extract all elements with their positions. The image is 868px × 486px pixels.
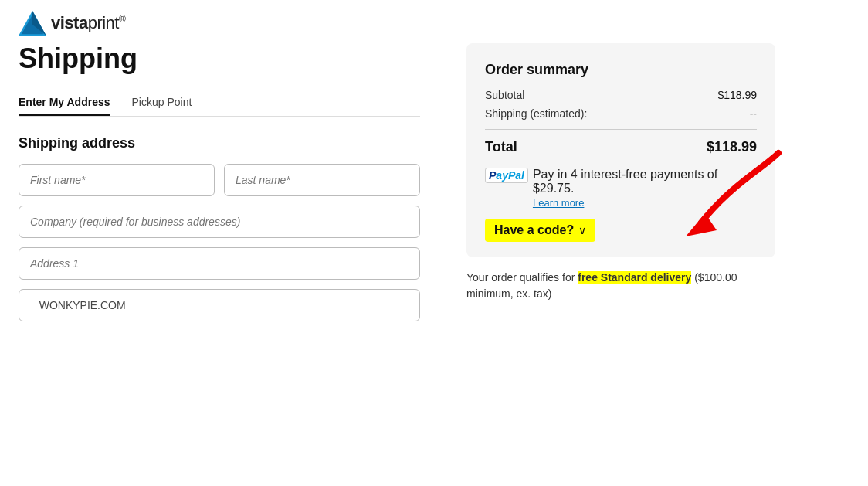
right-column: Order summary Subtotal $118.99 Shipping … — [451, 43, 775, 331]
paypal-text-block: Pay in 4 interest-free payments of $29.7… — [533, 168, 757, 209]
summary-divider — [485, 129, 757, 130]
header: vistaprint® — [0, 0, 868, 43]
last-name-input[interactable] — [224, 164, 420, 196]
chevron-down-icon: ∨ — [578, 224, 586, 236]
order-summary-box: Order summary Subtotal $118.99 Shipping … — [466, 43, 775, 257]
paypal-section: P ayPal Pay in 4 interest-free payments … — [485, 168, 757, 209]
tab-pickup-point[interactable]: Pickup Point — [132, 90, 192, 116]
shipping-value: -- — [750, 107, 757, 120]
shipping-tabs: Enter My Address Pickup Point — [19, 90, 420, 117]
name-row — [19, 164, 420, 196]
logo: vistaprint® — [19, 11, 849, 36]
paypal-description: Pay in 4 interest-free payments of $29.7… — [533, 168, 717, 195]
subtotal-value: $118.99 — [717, 89, 757, 101]
subtotal-label: Subtotal — [485, 89, 524, 101]
free-delivery-text-before: Your order qualifies for — [466, 271, 578, 284]
company-row — [19, 206, 420, 238]
svg-marker-3 — [686, 213, 717, 236]
address1-input[interactable] — [19, 247, 420, 280]
free-delivery-notice: Your order qualifies for free Standard d… — [466, 270, 775, 302]
have-a-code-row: Have a code? ∨ — [485, 219, 757, 242]
shipping-row: Shipping (estimated): -- — [485, 107, 757, 120]
paypal-logo: P ayPal — [485, 168, 528, 183]
total-label: Total — [485, 139, 517, 155]
have-a-code-label: Have a code? — [494, 223, 574, 237]
address1-row — [19, 247, 420, 280]
have-a-code-button[interactable]: Have a code? ∨ — [485, 219, 595, 242]
free-delivery-highlight: free Standard delivery — [578, 271, 691, 284]
order-summary-title: Order summary — [485, 62, 757, 78]
left-column: Shipping Enter My Address Pickup Point S… — [19, 43, 451, 331]
paypal-ay-icon: ayPal — [496, 169, 524, 182]
paypal-p-icon: P — [489, 169, 496, 182]
shipping-label: Shipping (estimated): — [485, 107, 587, 120]
logo-icon — [19, 11, 46, 36]
address2-input[interactable] — [19, 289, 420, 321]
first-name-input[interactable] — [19, 164, 215, 196]
company-input[interactable] — [19, 206, 420, 238]
shipping-address-section: Shipping address — [19, 135, 420, 321]
page-title: Shipping — [19, 43, 420, 74]
address2-row — [19, 289, 420, 321]
total-value: $118.99 — [707, 139, 757, 155]
learn-more-link[interactable]: Learn more — [533, 197, 584, 209]
total-row: Total $118.99 — [485, 139, 757, 155]
subtotal-row: Subtotal $118.99 — [485, 89, 757, 101]
tab-enter-my-address[interactable]: Enter My Address — [19, 90, 110, 116]
shipping-address-title: Shipping address — [19, 135, 420, 151]
logo-text: vistaprint® — [51, 13, 125, 33]
